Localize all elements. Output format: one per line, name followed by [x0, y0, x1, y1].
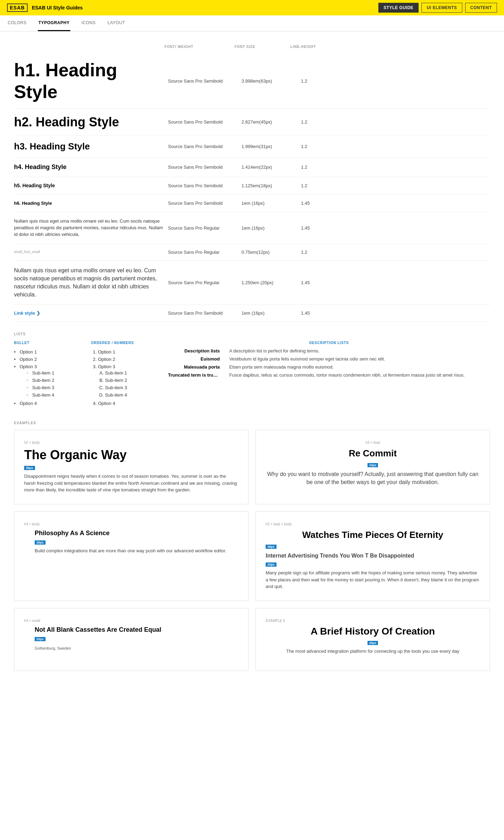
lead-sample: Nullam quis risus eget urna mollis ornar… — [14, 266, 164, 299]
h3-font-weight: Source Sans Pro Semibold — [168, 144, 238, 149]
example-5-label: h4 + small — [24, 619, 238, 623]
desc-detail: Etiam porta sem malesuada magna mollis e… — [229, 364, 490, 370]
desc-term-truncated: Truncated term is truncated... — [168, 372, 224, 378]
h2-sample: h2. Heading Style — [14, 114, 164, 130]
examples-section: EXAMPLES h2 + body The Organic Way 36px … — [14, 421, 490, 671]
typography-tab[interactable]: TYPOGRAPHY — [38, 15, 70, 31]
example-2-label: h3 + lead — [266, 441, 480, 444]
description-list-col: DESCRIPTION LISTS Description lists A de… — [168, 341, 490, 407]
lead-line-height: 1.45 — [301, 280, 336, 285]
nav-left: ESAB ESAB UI Style Guides — [7, 4, 83, 12]
icons-tab[interactable]: ICONS — [81, 15, 97, 31]
h3-sample: h3. Heading Style — [14, 141, 164, 152]
h6-font-size: 1em (16px) — [241, 201, 298, 206]
body-line-height: 1.45 — [301, 225, 336, 231]
h1-font-weight: Source Sans Pro Semibold — [168, 78, 238, 84]
example-card-1: h2 + body The Organic Way 36px Disappoin… — [14, 430, 248, 504]
small-sample-wrapper: small_font_small — [14, 250, 164, 254]
h6-font-weight: Source Sans Pro Semibold — [168, 201, 238, 206]
h2-line-height: 1.2 — [301, 119, 336, 125]
link-sample-wrapper: Link style ❯ — [14, 310, 164, 316]
h4-sample: h4. Heading Style — [14, 163, 164, 171]
example-6-body: The most advanced integration platform f… — [266, 648, 480, 655]
example-1-badge: 36px — [24, 466, 35, 470]
example-4-label: h3 + lead + body — [266, 522, 480, 526]
example-4-badge2: 20px — [266, 562, 276, 567]
h2-row: h2. Heading Style Source Sans Pro Semibo… — [14, 109, 490, 135]
ordered-header: ORDERED / NUMBERS — [91, 341, 161, 345]
h4-row: h4. Heading Style Source Sans Pro Semibo… — [14, 158, 490, 177]
h5-line-height: 1.2 — [301, 183, 336, 188]
example-5-heading: Not All Blank Cassettes Are Created Equa… — [35, 626, 238, 634]
example-6-heading: A Brief History Of Creation — [266, 626, 480, 637]
lead-font-weight: Source Sans Pro Regular — [168, 280, 238, 285]
h3-line-height: 1.2 — [301, 144, 336, 149]
examples-section-label: EXAMPLES — [14, 421, 490, 425]
bullet-list: Option 1 Option 2 Option 3 Sub-item 1 Su… — [14, 348, 84, 407]
h5-font-weight: Source Sans Pro Semibold — [168, 183, 238, 188]
top-navigation: ESAB ESAB UI Style Guides STYLE GUIDE UI… — [0, 0, 504, 15]
h5-font-size: 1.125em(18px) — [241, 183, 298, 188]
h2-font-size: 2.827em(45px) — [241, 119, 298, 125]
example-3-badge: 26px — [35, 540, 46, 545]
typography-header-row: FONT/ WEIGHT FONT SIZE LINE-HEIGHT — [14, 42, 490, 51]
h4-font-size: 1.414em(22px) — [241, 164, 298, 170]
list-item: Sub-item 3 — [27, 384, 84, 391]
list-item: Option 4 — [98, 400, 161, 407]
colors-tab[interactable]: COLORS — [7, 15, 27, 31]
arrow-right-icon: ❯ — [36, 310, 40, 316]
style-guide-button[interactable]: STYLE GUIDE — [378, 3, 419, 13]
desc-detail: A description list is perfect for defini… — [229, 348, 490, 354]
example-5-body: Gothenburg, Sweden — [35, 645, 238, 651]
lists-section: LISTS BULLET Option 1 Option 2 Option 3 … — [14, 332, 490, 407]
content-button[interactable]: CONTENT — [465, 3, 497, 13]
example-card-5: h4 + small Not All Blank Cassettes Are C… — [14, 608, 248, 671]
h1-row: h1. Heading Style Source Sans Pro Semibo… — [14, 54, 490, 109]
example-5-badge: 20px — [35, 637, 46, 641]
example-2-heading: Re Commit — [266, 448, 480, 459]
bullet-header: BULLET — [14, 341, 84, 345]
lead-row: Nullam quis risus eget urna mollis ornar… — [14, 261, 490, 305]
ordered-sublist: Sub-item 1 Sub-item 2 Sub-item 3 Sub-ite… — [98, 369, 161, 399]
layout-tab[interactable]: LAYOUT — [107, 15, 126, 31]
h4-font-weight: Source Sans Pro Semibold — [168, 164, 238, 170]
example-3-label: h4 + body — [24, 522, 238, 526]
example-1-body: Disappointment reigns heavily when it co… — [24, 473, 238, 493]
bullet-sublist: Sub-item 1 Sub-item 2 Sub-item 3 Sub-ite… — [20, 369, 84, 399]
h4-line-height: 1.2 — [301, 164, 336, 170]
list-item: Option 2 — [98, 356, 161, 363]
line-height-header: LINE-HEIGHT — [290, 45, 326, 49]
ordered-list: Option 1 Option 2 Option 3 Sub-item 1 Su… — [91, 348, 161, 407]
small-row: small_font_small Source Sans Pro Regular… — [14, 244, 490, 261]
example-2-body: Why do you want to motivate yourself? Ac… — [266, 470, 480, 486]
example-4-heading: Watches Time Pieces Of Eternity — [266, 530, 480, 540]
list-item: Option 3 Sub-item 1 Sub-item 2 Sub-item … — [14, 363, 84, 400]
h5-row: h5. Heading Style Source Sans Pro Semibo… — [14, 177, 490, 195]
body-font-size: 1em (16px) — [241, 225, 298, 231]
example-card-2: h3 + lead Re Commit 24px Why do you want… — [255, 430, 490, 504]
desc-detail: Vestibulum id ligula porta felis euismod… — [229, 356, 490, 362]
link-sample[interactable]: Link style ❯ — [14, 310, 164, 316]
sub-navigation: COLORS TYPOGRAPHY ICONS LAYOUT — [0, 15, 504, 31]
desc-term: Malesuada porta — [168, 364, 224, 370]
main-content: FONT/ WEIGHT FONT SIZE LINE-HEIGHT h1. H… — [0, 31, 504, 681]
link-font-size: 1em (16px) — [241, 310, 298, 316]
ui-elements-button[interactable]: UI ELEMENTS — [421, 3, 462, 13]
examples-grid: h2 + body The Organic Way 36px Disappoin… — [14, 430, 490, 671]
body-font-weight: Source Sans Pro Regular — [168, 225, 238, 231]
example-1-label: h2 + body — [24, 441, 238, 444]
list-item: Option 1 — [14, 348, 84, 356]
small-line-height: 1.2 — [301, 250, 336, 255]
nav-right: STYLE GUIDE UI ELEMENTS CONTENT — [378, 3, 497, 13]
body-row: Nullam quis risus eget urna mollis ornar… — [14, 212, 490, 244]
h6-sample: h6. Heading Style — [14, 200, 164, 207]
link-line-height: 1.45 — [301, 310, 336, 316]
list-item: Sub-item 4 — [27, 391, 84, 399]
list-item: Option 2 — [14, 356, 84, 363]
example-card-6: EXAMPLE 6 A Brief History Of Creation 26… — [255, 608, 490, 671]
site-title: ESAB UI Style Guides — [32, 5, 83, 10]
desc-list: Description lists A description list is … — [168, 348, 490, 378]
lists-section-label: LISTS — [14, 332, 490, 336]
h2-font-weight: Source Sans Pro Semibold — [168, 119, 238, 125]
list-item: Sub-item 4 — [105, 391, 161, 399]
